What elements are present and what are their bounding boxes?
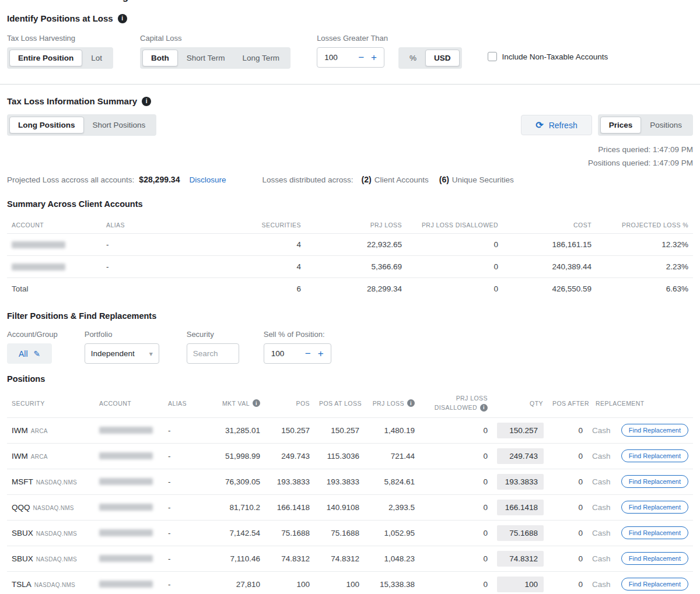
- qty-input[interactable]: [497, 423, 544, 438]
- losses-greater-stepper: − +: [317, 47, 384, 68]
- find-replacement-button[interactable]: Find Replacement: [621, 578, 688, 591]
- prj-loss-disallowed-cell: 0: [419, 469, 492, 494]
- qty-input[interactable]: [497, 474, 544, 490]
- pos-after-cell: 0: [548, 417, 587, 443]
- tlh-mode-entire-position[interactable]: Entire Position: [9, 50, 82, 66]
- find-replacement-button[interactable]: Find Replacement: [621, 424, 688, 437]
- prj-loss-cell: 22,932.65: [306, 234, 407, 256]
- find-replacement-button[interactable]: Find Replacement: [621, 449, 688, 462]
- replacement-select[interactable]: Cash: [592, 554, 611, 563]
- unit-toggle-group: % USD: [398, 47, 462, 69]
- security-exchange: NASDAQ.NMS: [36, 556, 77, 563]
- security-filter: Security: [187, 330, 239, 364]
- tab-short-positions[interactable]: Short Positions: [84, 117, 155, 133]
- pos-at-loss-cell: 115.3036: [314, 443, 364, 469]
- position-row: QQQNASDAQ.NMS - 81,710.2 166.1418 140.91…: [7, 494, 693, 520]
- find-replacement-button[interactable]: Find Replacement: [621, 526, 688, 539]
- replacement-select[interactable]: Cash: [592, 426, 611, 435]
- account-group-filter: Account/Group All ✎: [7, 330, 58, 364]
- alias-cell: -: [163, 417, 200, 443]
- position-row: SBUXNASDAQ.NMS - 7,110.46 74.8312 74.831…: [7, 546, 693, 571]
- replacement-select[interactable]: Cash: [592, 580, 611, 589]
- info-icon[interactable]: i: [480, 404, 488, 412]
- pos-at-loss-cell: 74.8312: [314, 546, 364, 571]
- replacement-select[interactable]: Cash: [592, 452, 611, 461]
- account-group-all-button[interactable]: All ✎: [7, 343, 52, 364]
- col-cost: COST: [503, 217, 596, 234]
- unit-percent[interactable]: %: [401, 50, 425, 66]
- include-non-taxable-checkbox[interactable]: [488, 52, 497, 61]
- losses-greater-input[interactable]: [324, 53, 351, 62]
- prj-loss-disallowed-total: 0: [407, 278, 503, 300]
- capital-loss-long-term[interactable]: Long Term: [234, 50, 289, 66]
- qty-input[interactable]: [497, 448, 544, 464]
- security-search-input[interactable]: [187, 343, 239, 364]
- redacted-account-number: [12, 263, 65, 270]
- decrement-icon[interactable]: −: [358, 52, 364, 62]
- disclosure-link[interactable]: Disclosure: [189, 175, 226, 184]
- security-exchange: NASDAQ.NMS: [33, 505, 74, 511]
- find-replacement-button[interactable]: Find Replacement: [621, 501, 688, 514]
- find-replacement-button[interactable]: Find Replacement: [621, 475, 688, 488]
- redacted-account-number: [99, 427, 153, 434]
- replacement-select[interactable]: Cash: [592, 503, 611, 512]
- portfolio-dropdown[interactable]: Independent ▾: [85, 343, 159, 364]
- prj-loss-disallowed-cell: 0: [419, 571, 492, 594]
- col-alias: ALIAS: [102, 217, 212, 234]
- pos-cell: 166.1418: [265, 494, 314, 520]
- pos-cell: 75.1688: [265, 520, 314, 546]
- tlh-mode-lot[interactable]: Lot: [82, 50, 111, 66]
- total-label: Total: [7, 278, 102, 300]
- alias-cell: -: [163, 546, 200, 571]
- tab-long-positions[interactable]: Long Positions: [9, 117, 84, 133]
- unit-toggle-segmented: % USD: [398, 47, 462, 69]
- info-icon[interactable]: i: [118, 14, 127, 23]
- info-icon[interactable]: i: [142, 97, 151, 106]
- pos-cell: 100: [265, 571, 314, 594]
- qty-input[interactable]: [497, 551, 544, 567]
- tab-prices[interactable]: Prices: [600, 117, 642, 133]
- portfolio-filter: Portfolio Independent ▾: [85, 330, 159, 364]
- increment-icon[interactable]: +: [318, 349, 324, 358]
- increment-icon[interactable]: +: [371, 52, 377, 62]
- qty-input[interactable]: [497, 577, 544, 592]
- pos-at-loss-cell: 193.3833: [314, 469, 364, 494]
- prj-loss-disallowed-cell: 0: [407, 234, 503, 256]
- prj-loss-cell: 5,824.61: [364, 469, 419, 494]
- section-divider: [0, 84, 700, 85]
- alias-cell: -: [163, 469, 200, 494]
- tab-positions[interactable]: Positions: [641, 117, 691, 133]
- replacement-select[interactable]: Cash: [592, 477, 611, 486]
- replacement-select[interactable]: Cash: [592, 529, 611, 537]
- pencil-icon: ✎: [34, 349, 41, 358]
- qty-input[interactable]: [497, 500, 544, 515]
- losses-greater-label: Losses Greater Than: [317, 34, 388, 43]
- find-replacement-button[interactable]: Find Replacement: [621, 552, 688, 565]
- securities-cell: 4: [212, 256, 306, 278]
- summary-title-text: Tax Loss Information Summary: [7, 96, 137, 106]
- mkt-val-cell: 31,285.01: [200, 417, 265, 443]
- unique-securities-count: (6): [439, 175, 449, 184]
- portfolio-label: Portfolio: [85, 330, 159, 339]
- positions-section: Positions SECURITY ACCOUNT ALIAS MKT VAL…: [7, 374, 693, 594]
- sell-pct-input[interactable]: [271, 349, 298, 358]
- info-icon[interactable]: i: [253, 399, 260, 407]
- unique-securities-label: Unique Securities: [452, 175, 514, 184]
- prj-loss-cell: 5,366.69: [306, 256, 407, 278]
- capital-loss-short-term[interactable]: Short Term: [178, 50, 234, 66]
- capital-loss-both[interactable]: Both: [142, 50, 178, 66]
- prj-loss-cell: 15,338.38: [364, 571, 419, 594]
- info-icon[interactable]: i: [407, 399, 415, 407]
- position-row: TSLANASDAQ.NMS - 27,810 100 100 15,338.3…: [7, 571, 693, 594]
- decrement-icon[interactable]: −: [305, 349, 311, 358]
- positions-title: Positions: [7, 374, 693, 384]
- pos-cell: 150.257: [265, 417, 314, 443]
- summary-tabs-row: Long Positions Short Positions ⟳ Refresh…: [7, 114, 693, 136]
- prj-loss-disallowed-cell: 0: [419, 520, 492, 546]
- col-mkt-val: MKT VALi: [200, 389, 265, 417]
- unit-usd[interactable]: USD: [425, 50, 460, 66]
- refresh-button[interactable]: ⟳ Refresh: [521, 115, 592, 135]
- col-qty: QTY: [492, 389, 548, 417]
- qty-input[interactable]: [497, 525, 544, 541]
- prj-loss-cell: 1,052.95: [364, 520, 419, 546]
